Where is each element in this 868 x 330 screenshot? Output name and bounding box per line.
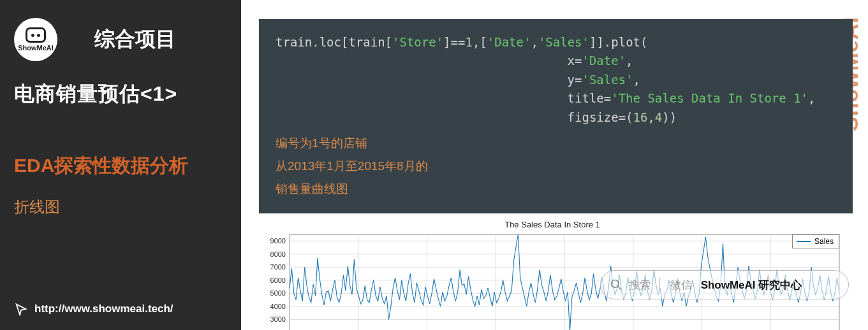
svg-text:9000: 9000 [270, 238, 286, 245]
svg-line-37 [618, 287, 621, 290]
heading-sub: 折线图 [14, 197, 227, 217]
search-pill[interactable]: 搜索 │ 微信 ShowMeAI 研究中心 [600, 270, 849, 299]
code-block: train.loc[train['Store']==1,['Date','Sal… [259, 19, 853, 213]
svg-text:4000: 4000 [270, 303, 286, 310]
sidebar: ShowMeAI 综合项目 电商销量预估<1> EDA探索性数据分析 折线图 h… [0, 0, 241, 330]
note-line-1: 编号为1号的店铺 [276, 132, 836, 155]
code-line-2: x='Date', [276, 52, 836, 70]
code-line-1: train.loc[train['Store']==1,['Date','Sal… [276, 33, 836, 52]
svg-text:3000: 3000 [270, 316, 286, 324]
footer-link[interactable]: http://www.showmeai.tech/ [14, 302, 173, 316]
legend-label: Sales [814, 237, 834, 246]
search-sep: │ [657, 278, 664, 291]
code-line-3: y='Sales', [276, 71, 836, 89]
cursor-icon [14, 302, 28, 316]
eda-label: EDA [14, 155, 54, 176]
search-icon [610, 278, 622, 291]
svg-text:6000: 6000 [270, 276, 286, 284]
search-label-1: 搜索 [629, 278, 651, 292]
heading-title: 电商销量预估<1> [14, 80, 227, 108]
note-line-2: 从2013年1月至2015年8月的 [276, 155, 836, 178]
robot-icon [26, 27, 46, 43]
search-label-2: 微信 [670, 278, 692, 292]
svg-text:7000: 7000 [270, 264, 286, 271]
logo-text: ShowMeAI [18, 44, 54, 52]
eda-rest: 探索性数据分析 [54, 155, 188, 176]
code-annotation: 编号为1号的店铺 从2013年1月至2015年8月的 销售量曲线图 [276, 132, 836, 201]
svg-text:8000: 8000 [270, 250, 286, 258]
svg-point-36 [612, 280, 619, 288]
code-line-4: title='The Sales Data In Store 1', [276, 89, 836, 108]
note-line-3: 销售量曲线图 [276, 178, 836, 201]
legend: Sales [792, 234, 839, 248]
chart-title: The Sales Data In Store 1 [259, 220, 846, 229]
code-line-5: figsize=(16,4)) [276, 108, 836, 127]
heading-eda: EDA探索性数据分析 [14, 153, 227, 179]
heading-project: 综合项目 [94, 25, 176, 54]
search-bold: ShowMeAI 研究中心 [701, 278, 802, 292]
footer-url: http://www.showmeai.tech/ [34, 303, 173, 315]
legend-swatch [797, 241, 811, 242]
logo: ShowMeAI [14, 18, 57, 61]
content: ShowMeAI train.loc[train['Store']==1,['D… [241, 0, 868, 330]
svg-text:5000: 5000 [270, 290, 286, 298]
